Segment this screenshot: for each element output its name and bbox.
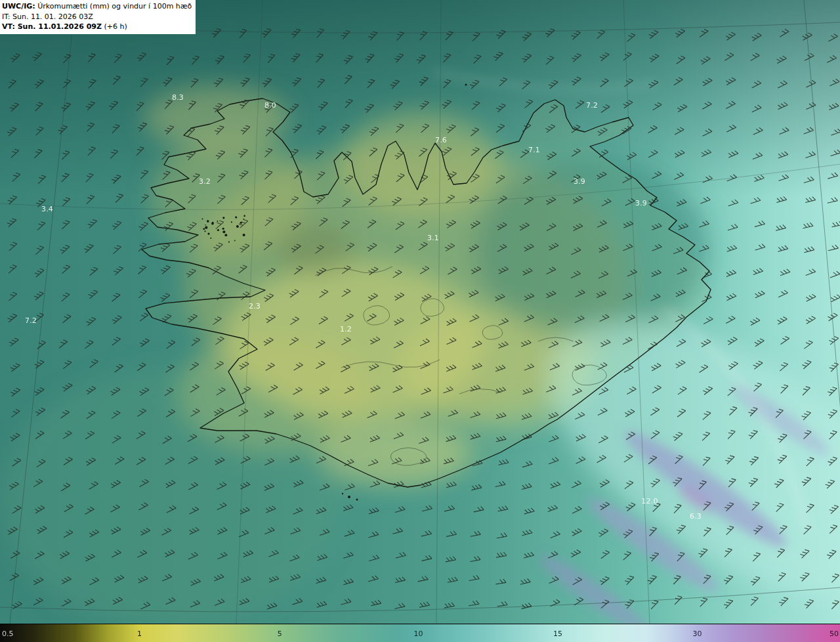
colorbar-tick-10: 10 [413,629,423,637]
init-time: IT: Sun. 11. 01. 2026 03Z [2,12,192,22]
colorbar-tick-15: 15 [553,629,562,637]
precip-colorbar: 0.51510153050 [0,624,840,642]
colorbar-tick-1: 1 [137,629,142,637]
valid-time: VT: Sun. 11.01.2026 09Z (+6 h) [2,22,192,32]
colorbar-tick-0.5: 0.5 [2,629,14,637]
forecast-map [0,0,840,624]
weather-forecast-chart: 8.38.07.27.67.13.93.93.23.43.12.37.21.21… [0,0,840,642]
colorbar-tick-5: 5 [278,629,282,637]
title-box: UWC/IG: Úrkomumætti (mm) og vindur í 100… [0,0,196,34]
colorbar-tick-50: 50 [830,629,839,637]
colorbar-tick-30: 30 [692,629,702,637]
chart-title: UWC/IG: Úrkomumætti (mm) og vindur í 100… [2,1,192,12]
